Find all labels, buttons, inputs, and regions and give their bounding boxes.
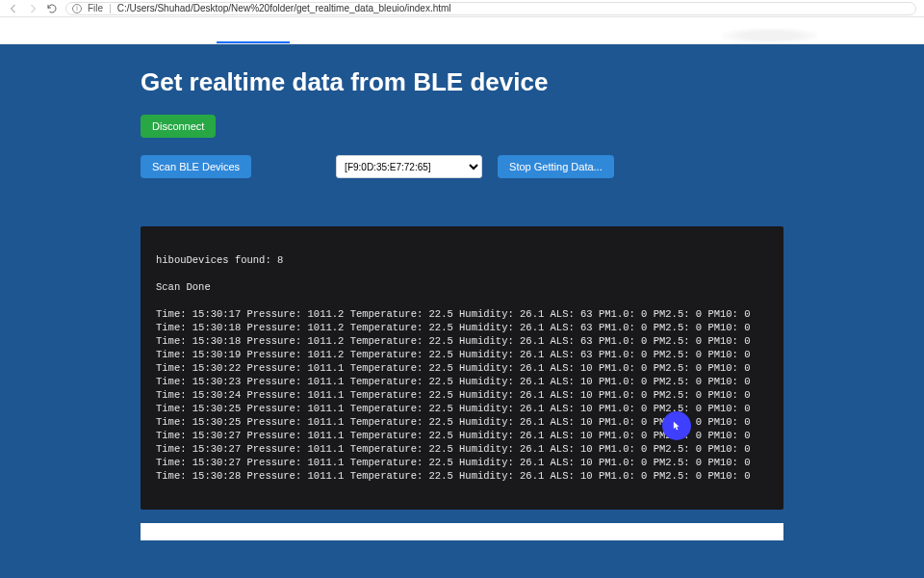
- blurred-region: [722, 28, 818, 43]
- tab-strip: [0, 17, 924, 44]
- scan-ble-button[interactable]: Scan BLE Devices: [141, 155, 251, 178]
- terminal-line: Time: 15:30:18 Pressure: 1011.2 Temperat…: [156, 334, 768, 348]
- terminal-line: Time: 15:30:17 Pressure: 1011.2 Temperat…: [156, 307, 768, 321]
- url-scheme: File: [88, 3, 103, 13]
- terminal-line: Time: 15:30:27 Pressure: 1011.1 Temperat…: [156, 442, 768, 456]
- terminal-line: Time: 15:30:22 Pressure: 1011.1 Temperat…: [156, 361, 768, 375]
- terminal-line: Time: 15:30:28 Pressure: 1011.1 Temperat…: [156, 469, 768, 483]
- terminal-line: [156, 267, 768, 280]
- terminal-line: [156, 294, 768, 307]
- terminal-line: Time: 15:30:23 Pressure: 1011.1 Temperat…: [156, 375, 768, 388]
- device-select[interactable]: [F9:0D:35:E7:72:65]: [336, 155, 482, 178]
- forward-icon[interactable]: [27, 3, 38, 14]
- terminal-output: hibouDevices found: 8Scan DoneTime: 15:3…: [141, 226, 783, 510]
- browser-toolbar: i File | C:/Users/Shuhad/Desktop/New%20f…: [0, 0, 924, 17]
- terminal-line: Time: 15:30:24 Pressure: 1011.1 Temperat…: [156, 388, 768, 402]
- page-title: Get realtime data from BLE device: [141, 67, 783, 97]
- cursor-highlight-icon: [662, 411, 691, 440]
- active-tab-indicator: [217, 41, 290, 43]
- terminal-line: Time: 15:30:27 Pressure: 1011.1 Temperat…: [156, 456, 768, 469]
- terminal-line: Time: 15:30:18 Pressure: 1011.2 Temperat…: [156, 321, 768, 334]
- back-icon[interactable]: [8, 3, 19, 14]
- reload-icon[interactable]: [46, 3, 58, 14]
- terminal-line: hibouDevices found: 8: [156, 253, 768, 267]
- address-bar[interactable]: i File | C:/Users/Shuhad/Desktop/New%20f…: [65, 2, 916, 15]
- terminal-line: Scan Done: [156, 280, 768, 294]
- info-icon: i: [72, 4, 82, 13]
- url-separator: |: [109, 3, 112, 13]
- terminal-line: Time: 15:30:19 Pressure: 1011.2 Temperat…: [156, 348, 768, 361]
- hero-panel: Get realtime data from BLE device Discon…: [0, 44, 924, 578]
- controls-row: Scan BLE Devices [F9:0D:35:E7:72:65] Sto…: [141, 155, 783, 178]
- page-viewport: Get realtime data from BLE device Discon…: [0, 44, 924, 578]
- disconnect-button[interactable]: Disconnect: [141, 115, 216, 138]
- stop-getting-data-button[interactable]: Stop Getting Data...: [498, 155, 614, 178]
- footer-bar: [141, 523, 783, 540]
- url-text: C:/Users/Shuhad/Desktop/New%20folder/get…: [117, 3, 451, 13]
